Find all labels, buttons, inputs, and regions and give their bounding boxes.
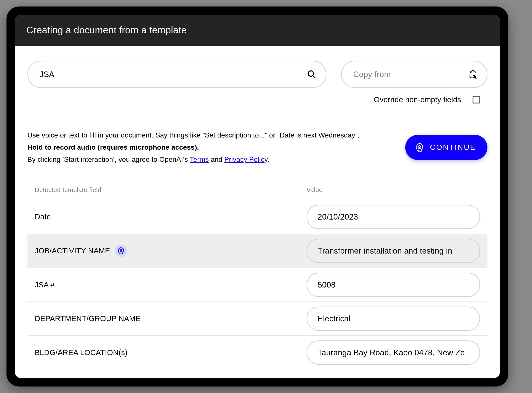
instruction-line-1: Use voice or text to fill in your docume…	[28, 129, 393, 141]
instructions-text: Use voice or text to fill in your docume…	[28, 129, 393, 166]
svg-line-3	[475, 78, 476, 78]
table-row: JOB/ACTIVITY NAME	[28, 234, 488, 268]
ai-suggestion-badge[interactable]	[115, 245, 127, 257]
value-input-job-activity[interactable]	[318, 246, 469, 255]
value-input-date[interactable]	[318, 212, 469, 221]
instructions-row: Use voice or text to fill in your docume…	[28, 129, 488, 166]
table-row: Date	[28, 200, 488, 234]
template-search-field[interactable]	[28, 61, 326, 88]
instruction-and: and	[209, 156, 224, 163]
screen: Creating a document from a template	[15, 15, 500, 378]
instruction-line-3: By clicking ’Start interaction’, you agr…	[28, 153, 393, 165]
field-label: Date	[35, 213, 307, 221]
search-row: Override non-empty fields	[28, 61, 488, 104]
page-header: Creating a document from a template	[15, 15, 500, 46]
template-search-input[interactable]	[40, 70, 307, 79]
instruction-suffix: .	[267, 156, 269, 163]
field-value-cell	[307, 341, 480, 365]
value-input-jsa-number[interactable]	[318, 280, 469, 290]
table-row: JSA #	[28, 268, 488, 302]
field-label-text: JSA #	[35, 280, 55, 289]
value-input-department[interactable]	[318, 314, 469, 323]
field-label: BLDG/AREA LOCATION(s)	[35, 348, 307, 357]
override-row: Override non-empty fields	[341, 95, 488, 104]
table-header: Detected template field Value	[28, 180, 488, 200]
value-input-wrapper[interactable]	[307, 273, 480, 297]
field-label-text: JOB/ACTIVITY NAME	[35, 246, 110, 255]
search-icon[interactable]	[307, 69, 316, 79]
override-label: Override non-empty fields	[374, 95, 461, 104]
field-label-text: Date	[35, 213, 51, 221]
value-input-wrapper[interactable]	[307, 205, 480, 229]
continue-button[interactable]: CONTINUE	[405, 135, 488, 160]
field-value-cell	[307, 307, 480, 331]
fields-table: Detected template field Value Date	[28, 180, 488, 369]
svg-line-1	[313, 76, 315, 78]
swap-icon[interactable]	[468, 69, 477, 79]
copy-column: Override non-empty fields	[341, 61, 488, 104]
override-checkbox[interactable]	[473, 96, 480, 103]
field-label-text: DEPARTMENT/GROUP NAME	[35, 314, 141, 323]
th-field: Detected template field	[35, 187, 307, 194]
device-frame: Creating a document from a template	[6, 6, 508, 387]
privacy-link[interactable]: Privacy Policy	[224, 156, 267, 163]
value-input-wrapper[interactable]	[307, 307, 480, 331]
value-input-wrapper[interactable]	[307, 239, 480, 263]
th-value: Value	[307, 187, 480, 194]
field-value-cell	[307, 205, 480, 229]
field-label: JOB/ACTIVITY NAME	[35, 245, 307, 257]
field-label: DEPARTMENT/GROUP NAME	[35, 314, 307, 323]
field-value-cell	[307, 239, 480, 263]
table-row: BLDG/AREA LOCATION(s)	[28, 336, 488, 369]
terms-link[interactable]: Terms	[190, 156, 209, 163]
search-column	[28, 61, 326, 88]
field-label-text: BLDG/AREA LOCATION(s)	[35, 348, 128, 357]
page-title: Creating a document from a template	[26, 25, 187, 35]
instruction-prefix: By clicking ’Start interaction’, you agr…	[28, 156, 190, 163]
ai-head-icon	[415, 142, 425, 152]
content-area: Override non-empty fields Use voice or t…	[15, 46, 500, 378]
value-input-location[interactable]	[318, 348, 469, 357]
continue-label: CONTINUE	[430, 143, 476, 152]
field-label: JSA #	[35, 280, 307, 289]
table-row: DEPARTMENT/GROUP NAME	[28, 302, 488, 336]
copy-from-field[interactable]	[341, 61, 488, 88]
field-value-cell	[307, 273, 480, 297]
value-input-wrapper[interactable]	[307, 341, 480, 365]
instruction-line-2: Hold to record audio (requires microphon…	[28, 141, 393, 153]
copy-from-input[interactable]	[353, 70, 468, 79]
